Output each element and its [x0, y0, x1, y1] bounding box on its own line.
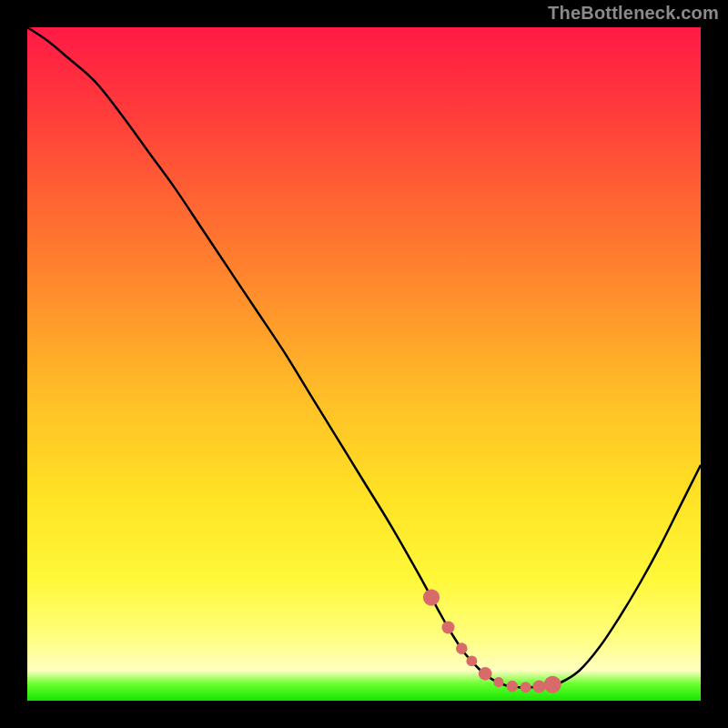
watermark-text: TheBottleneck.com [548, 3, 719, 24]
optimal-marker [442, 622, 455, 634]
optimal-marker [532, 680, 545, 693]
optimal-marker [479, 667, 492, 681]
optimal-marker [456, 642, 468, 654]
optimal-marker [521, 682, 531, 693]
chart-container: TheBottleneck.com [0, 0, 728, 728]
optimal-marker [544, 676, 561, 693]
optimal-marker [507, 681, 519, 693]
plot-area [27, 27, 701, 701]
optimal-marker [423, 589, 440, 605]
optimal-marker [493, 677, 503, 687]
gradient-background [27, 27, 701, 701]
optimal-marker [466, 655, 477, 666]
bottleneck-chart [27, 27, 701, 701]
